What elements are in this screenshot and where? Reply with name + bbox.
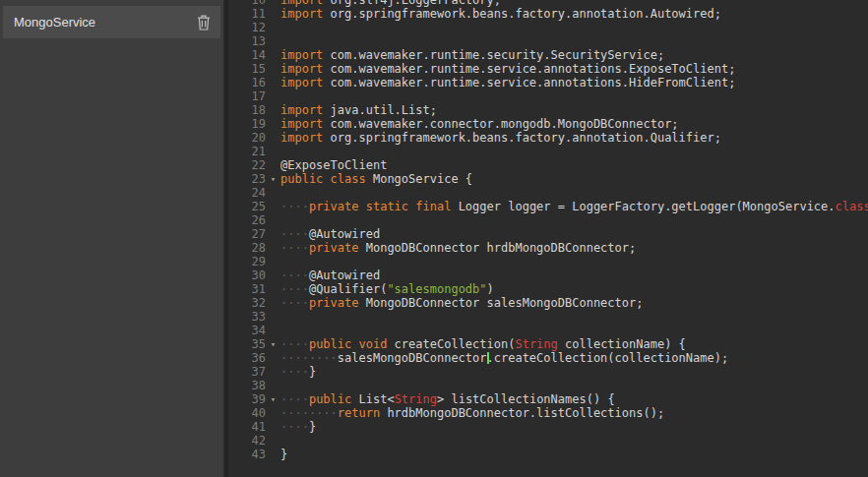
code-line-text: import org.springframework.beans.factory… — [280, 131, 868, 145]
code-line-text — [280, 434, 868, 447]
fold-spacer — [266, 213, 280, 227]
fold-arrow-icon[interactable]: ▾ — [266, 172, 280, 186]
code-row[interactable]: 10import org.slf4j.LoggerFactory; — [228, 0, 868, 7]
code-row[interactable]: 29 — [228, 255, 868, 268]
code-row[interactable]: 17 — [228, 89, 868, 103]
app-window: MongoService 10import org.slf4j.LoggerFa… — [0, 0, 868, 477]
fold-spacer — [266, 62, 280, 76]
code-line-text: ····@Qualifier("salesmongodb") — [280, 282, 868, 296]
line-number: 12 — [228, 21, 266, 34]
fold-spacer — [266, 76, 280, 89]
code-row[interactable]: 16import com.wavemaker.runtime.service.a… — [228, 76, 868, 89]
code-row[interactable]: 42 — [228, 434, 868, 447]
code-row[interactable]: 43} — [228, 447, 868, 461]
code-line-text: import com.wavemaker.connector.mongodb.M… — [280, 117, 868, 131]
fold-arrow-icon[interactable]: ▾ — [266, 392, 280, 406]
code-line-text — [280, 89, 868, 103]
code-row[interactable]: 13 — [228, 34, 868, 48]
code-row[interactable]: 24 — [228, 186, 868, 200]
line-number: 37 — [228, 365, 266, 379]
code-row[interactable]: 38 — [228, 379, 868, 392]
code-row[interactable]: 18import java.util.List; — [228, 103, 868, 117]
line-number: 36 — [228, 351, 266, 365]
code-row[interactable]: 39▾····public List<String> listCollectio… — [228, 392, 868, 406]
code-row[interactable]: 31····@Qualifier("salesmongodb") — [228, 282, 868, 296]
line-number: 41 — [228, 420, 266, 434]
code-row[interactable]: 25····private static final Logger logger… — [228, 200, 868, 213]
code-row[interactable]: 40········return hrdbMongoDBConnector.li… — [228, 406, 868, 420]
line-number: 34 — [228, 324, 266, 337]
code-editor[interactable]: 10import org.slf4j.LoggerFactory;11impor… — [228, 0, 868, 477]
code-line-text: ········return hrdbMongoDBConnector.list… — [280, 406, 868, 420]
fold-spacer — [266, 89, 280, 103]
code-row[interactable]: 21 — [228, 145, 868, 158]
code-line-text: ····} — [280, 420, 868, 434]
code-row[interactable]: 15import com.wavemaker.runtime.service.a… — [228, 62, 868, 76]
code-line-text: ····} — [280, 365, 868, 379]
code-line-text — [280, 213, 868, 227]
code-line-text: import org.slf4j.LoggerFactory; — [280, 0, 868, 7]
code-row[interactable]: 41····} — [228, 420, 868, 434]
line-number: 35 — [228, 337, 266, 351]
code-line-text — [280, 145, 868, 158]
service-name-label: MongoService — [14, 15, 95, 30]
trash-icon[interactable] — [197, 15, 211, 30]
code-row[interactable]: 32····private MongoDBConnector salesMong… — [228, 296, 868, 310]
line-number: 42 — [228, 434, 266, 447]
fold-spacer — [266, 48, 280, 62]
code-line-text — [280, 21, 868, 34]
line-number: 11 — [228, 7, 266, 21]
fold-spacer — [266, 131, 280, 145]
code-row[interactable]: 19import com.wavemaker.connector.mongodb… — [228, 117, 868, 131]
code-line-text — [280, 310, 868, 324]
code-row[interactable]: 26 — [228, 213, 868, 227]
line-number: 13 — [228, 34, 266, 48]
fold-spacer — [266, 420, 280, 434]
sidebar-item-mongoservice[interactable]: MongoService — [3, 6, 220, 38]
fold-arrow-icon[interactable]: ▾ — [266, 337, 280, 351]
fold-spacer — [266, 351, 280, 365]
fold-spacer — [266, 0, 280, 7]
code-row[interactable]: 34 — [228, 324, 868, 337]
line-number: 27 — [228, 227, 266, 241]
code-row[interactable]: 23▾public class MongoService { — [228, 172, 868, 186]
code-row[interactable]: 30····@Autowired — [228, 268, 868, 282]
fold-spacer — [266, 447, 280, 461]
line-number: 30 — [228, 268, 266, 282]
line-number: 25 — [228, 200, 266, 213]
line-number: 18 — [228, 103, 266, 117]
code-row[interactable]: 14import com.wavemaker.runtime.security.… — [228, 48, 868, 62]
code-line-text: ····public List<String> listCollectionNa… — [280, 392, 868, 406]
line-number: 32 — [228, 296, 266, 310]
code-line-text: ····public void createCollection(String … — [280, 337, 868, 351]
fold-spacer — [266, 186, 280, 200]
code-row[interactable]: 11import org.springframework.beans.facto… — [228, 7, 868, 21]
code-row[interactable]: 22@ExposeToClient — [228, 158, 868, 172]
line-number: 21 — [228, 145, 266, 158]
fold-spacer — [266, 310, 280, 324]
code-row[interactable]: 28····private MongoDBConnector hrdbMongo… — [228, 241, 868, 255]
fold-spacer — [266, 296, 280, 310]
line-number: 28 — [228, 241, 266, 255]
fold-spacer — [266, 158, 280, 172]
code-row[interactable]: 35▾····public void createCollection(Stri… — [228, 337, 868, 351]
fold-spacer — [266, 365, 280, 379]
line-number: 38 — [228, 379, 266, 392]
fold-spacer — [266, 324, 280, 337]
code-row[interactable]: 12 — [228, 21, 868, 34]
line-number: 31 — [228, 282, 266, 296]
code-row[interactable]: 20import org.springframework.beans.facto… — [228, 131, 868, 145]
fold-spacer — [266, 406, 280, 420]
code-row[interactable]: 36········salesMongoDBConnector.createCo… — [228, 351, 868, 365]
code-lines: 10import org.slf4j.LoggerFactory;11impor… — [228, 0, 868, 461]
line-number: 23 — [228, 172, 266, 186]
code-row[interactable]: 27····@Autowired — [228, 227, 868, 241]
code-line-text — [280, 34, 868, 48]
fold-spacer — [266, 434, 280, 447]
code-row[interactable]: 37····} — [228, 365, 868, 379]
code-line-text: import com.wavemaker.runtime.service.ann… — [280, 62, 868, 76]
fold-spacer — [266, 200, 280, 213]
code-line-text: public class MongoService { — [280, 172, 868, 186]
line-number: 40 — [228, 406, 266, 420]
code-row[interactable]: 33 — [228, 310, 868, 324]
